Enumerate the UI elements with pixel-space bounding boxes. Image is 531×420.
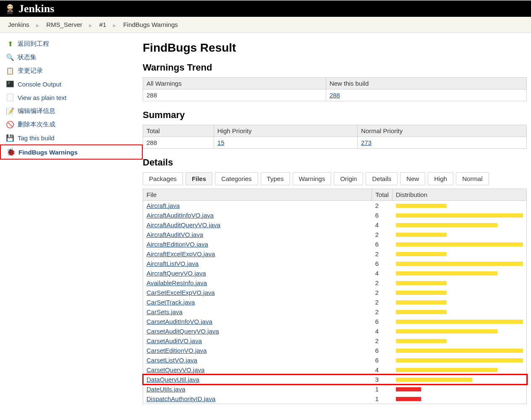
breadcrumb-sep: ▶ (113, 23, 116, 28)
sidebar-item-1[interactable]: 🔍状态集 (0, 50, 143, 64)
file-link[interactable]: AircraftAuditQueryVO.java (146, 221, 220, 228)
file-link[interactable]: Aircraft.java (146, 202, 180, 209)
tab-types[interactable]: Types (261, 172, 290, 185)
trend-heading: Warnings Trend (143, 62, 527, 73)
breadcrumb-item[interactable]: RMS_Server (46, 21, 82, 28)
table-row: CarsetListVO.java6 (143, 355, 527, 365)
tab-files[interactable]: Files (186, 172, 212, 185)
tab-packages[interactable]: Packages (143, 172, 183, 185)
header-title: Jenkins (18, 3, 54, 15)
summary-header-total: Total (143, 125, 214, 137)
table-row: AircraftQueryVO.java4 (143, 268, 527, 278)
file-link[interactable]: CarsetAuditInfoVO.java (146, 318, 212, 325)
sidebar-item-6[interactable]: 🚫删除本次生成 (0, 118, 143, 131)
file-link[interactable]: AircraftAuditVO.java (146, 231, 203, 238)
file-link[interactable]: CarsetAuditVO.java (146, 337, 202, 344)
distribution-bar (396, 291, 523, 295)
svg-point-2 (11, 6, 12, 7)
tab-high[interactable]: High (428, 172, 453, 185)
file-total: 6 (372, 259, 392, 268)
details-heading: Details (143, 157, 527, 168)
file-link[interactable]: CarSets.java (146, 308, 183, 315)
distribution-bar (396, 233, 523, 237)
tab-origin[interactable]: Origin (334, 172, 363, 185)
sidebar: ⬆返回到工程🔍状态集📋变更记录Console OutputView as pla… (0, 33, 143, 412)
tab-new[interactable]: New (400, 172, 425, 185)
table-row: AircraftListVO.java6 (143, 259, 527, 268)
table-row: Aircraft.java2 (143, 201, 527, 211)
file-total: 1 (372, 394, 392, 404)
sidebar-item-3[interactable]: Console Output (0, 77, 143, 91)
distribution-bar (396, 349, 523, 353)
tab-details[interactable]: Details (366, 172, 398, 185)
pencil-icon: 📝 (6, 107, 14, 115)
header-logo[interactable]: Jenkins (4, 3, 54, 15)
tab-categories[interactable]: Categories (215, 172, 258, 185)
table-row: DateUtils.java1 (143, 384, 527, 394)
file-link[interactable]: CarSetExcelExpVO.java (146, 289, 215, 296)
summary-table: Total High Priority Normal Priority 288 … (143, 125, 527, 149)
breadcrumb: Jenkins ▶ RMS_Server ▶ #1 ▶ FindBugs War… (0, 17, 531, 33)
sidebar-item-2[interactable]: 📋变更记录 (0, 64, 143, 77)
distribution-bar (396, 252, 523, 256)
file-link[interactable]: CarsetEditionVO.java (146, 347, 207, 354)
trend-new-link[interactable]: 288 (330, 92, 340, 99)
file-link[interactable]: AircraftListVO.java (146, 260, 199, 267)
file-link[interactable]: AircraftQueryVO.java (146, 270, 206, 277)
header-bar: Jenkins (0, 0, 531, 17)
distribution-bar (396, 378, 523, 382)
distribution-bar (396, 213, 523, 218)
file-link[interactable]: DateUtils.java (146, 386, 186, 393)
summary-normal-link[interactable]: 273 (361, 139, 371, 146)
trend-header-new: New this build (326, 78, 526, 89)
file-link[interactable]: AvailableResInfo.java (146, 279, 207, 286)
sidebar-item-8[interactable]: 🐞FindBugs Warnings (0, 144, 143, 160)
sidebar-item-label: Tag this build (18, 134, 55, 142)
distribution-bar (396, 281, 523, 285)
distribution-bar (396, 387, 523, 391)
file-link[interactable]: AircraftEditionVO.java (146, 241, 208, 248)
tab-warnings[interactable]: Warnings (293, 172, 332, 185)
file-total: 6 (372, 355, 392, 365)
file-link[interactable]: CarSetTrack.java (146, 299, 195, 306)
details-tabs: PackagesFilesCategoriesTypesWarningsOrig… (143, 172, 527, 185)
file-total: 6 (372, 210, 392, 220)
summary-heading: Summary (143, 110, 527, 121)
file-link[interactable]: DispatchAuthorityID.java (146, 395, 215, 402)
breadcrumb-item[interactable]: FindBugs Warnings (123, 21, 178, 28)
file-link[interactable]: CarsetListVO.java (146, 357, 197, 364)
summary-total-value: 288 (143, 137, 214, 149)
file-total: 2 (372, 201, 392, 211)
file-total: 2 (372, 249, 392, 259)
distribution-bar (396, 262, 523, 266)
jenkins-butler-icon (4, 3, 16, 15)
breadcrumb-item[interactable]: #1 (99, 21, 106, 28)
sidebar-item-label: 返回到工程 (18, 40, 49, 48)
table-row: CarSetTrack.java2 (143, 297, 527, 307)
distribution-bar (396, 300, 523, 304)
distribution-bar (396, 339, 523, 343)
table-row: CarsetAuditQueryVO.java4 (143, 326, 527, 336)
distribution-bar (396, 397, 523, 401)
table-row: AvailableResInfo.java2 (143, 278, 527, 288)
sidebar-item-4[interactable]: View as plain text (0, 91, 143, 104)
sidebar-item-7[interactable]: 💾Tag this build (0, 131, 143, 144)
table-row: CarsetAuditInfoVO.java6 (143, 317, 527, 326)
summary-high-link[interactable]: 15 (217, 139, 225, 146)
file-total: 2 (372, 336, 392, 346)
file-link[interactable]: CarsetQueryVO.java (146, 366, 204, 373)
breadcrumb-sep: ▶ (89, 23, 92, 28)
file-link[interactable]: AircraftAuditInfoVO.java (146, 212, 214, 219)
sidebar-item-label: 删除本次生成 (18, 121, 55, 129)
breadcrumb-item[interactable]: Jenkins (8, 21, 29, 28)
file-link[interactable]: DataQueryUtil.java (146, 376, 199, 383)
file-total: 2 (372, 288, 392, 297)
sidebar-item-5[interactable]: 📝编辑编译信息 (0, 104, 143, 118)
file-link[interactable]: AircraftExcelExpVO.java (146, 250, 215, 257)
table-row: AircraftAuditInfoVO.java6 (143, 210, 527, 220)
tab-normal[interactable]: Normal (456, 172, 489, 185)
sidebar-item-0[interactable]: ⬆返回到工程 (0, 37, 143, 50)
table-row: AircraftEditionVO.java6 (143, 239, 527, 249)
bug-icon: 🐞 (7, 148, 15, 156)
file-link[interactable]: CarsetAuditQueryVO.java (146, 328, 219, 335)
